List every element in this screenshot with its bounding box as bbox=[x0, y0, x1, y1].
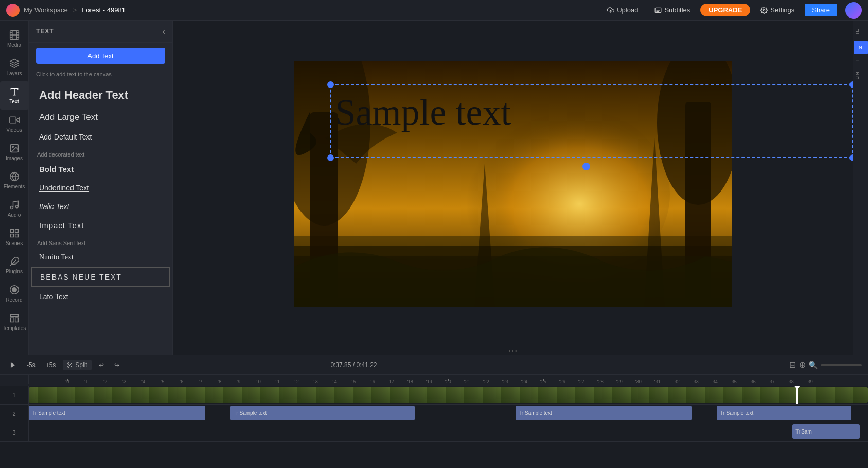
split-btn[interactable]: Split bbox=[63, 360, 91, 370]
tick-7: :7 bbox=[191, 379, 210, 384]
sample-text-display[interactable]: Sample text bbox=[335, 89, 732, 135]
zoom-out-icon[interactable]: ⊟ bbox=[789, 360, 796, 370]
settings-button[interactable]: Settings bbox=[754, 4, 801, 16]
handle-mr bbox=[849, 154, 853, 161]
video-track-content[interactable] bbox=[29, 386, 868, 404]
underlined-text-option[interactable]: Underlined Text bbox=[31, 179, 170, 197]
text-track-3[interactable]: Tr Sample text bbox=[516, 406, 692, 420]
undo-button[interactable]: ↩ bbox=[96, 359, 107, 371]
play-button[interactable] bbox=[6, 359, 20, 371]
text-track-2[interactable]: Tr Sample text bbox=[230, 406, 415, 420]
canvas-text[interactable]: Sample text bbox=[335, 89, 732, 135]
sidebar: Media Layers Text Videos Images Elements… bbox=[0, 21, 29, 355]
text-icon bbox=[9, 86, 20, 97]
tick-0: :0 bbox=[58, 379, 77, 384]
split-label: Split bbox=[75, 361, 87, 369]
text-track-row3[interactable]: Tr Sam bbox=[792, 424, 859, 439]
text-track-label-2: Sample text bbox=[240, 410, 267, 416]
svg-rect-24 bbox=[10, 230, 13, 233]
sidebar-label-templates: Templates bbox=[3, 325, 26, 331]
sidebar-item-elements[interactable]: Elements bbox=[0, 166, 29, 195]
track-label-2: 2 bbox=[0, 405, 29, 423]
track-row-3: 3 Tr Sam bbox=[0, 423, 868, 442]
add-text-button[interactable]: Add Text bbox=[36, 48, 165, 64]
subtitles-button[interactable]: Subtitles bbox=[648, 4, 696, 16]
svg-rect-26 bbox=[15, 234, 18, 237]
sidebar-item-media[interactable]: Media bbox=[0, 25, 29, 53]
skip-forward-button[interactable]: +5s bbox=[43, 359, 59, 371]
tick-3: :3 bbox=[115, 379, 134, 384]
sidebar-item-layers[interactable]: Layers bbox=[0, 53, 29, 81]
tick-1: :1 bbox=[77, 379, 96, 384]
bebas-text-option[interactable]: BEBAS NEUE TEXT bbox=[31, 267, 170, 287]
skip-back-button[interactable]: -5s bbox=[24, 359, 39, 371]
bold-text-option[interactable]: Bold Text bbox=[31, 160, 170, 179]
templates-icon bbox=[9, 313, 20, 323]
canvas[interactable]: Sample text bbox=[294, 61, 732, 307]
svg-point-4 bbox=[764, 9, 766, 11]
share-button[interactable]: Share bbox=[805, 4, 837, 16]
zoom-slider[interactable] bbox=[821, 364, 862, 366]
sidebar-item-plugins[interactable]: Plugins bbox=[0, 251, 29, 280]
zoom-in-icon[interactable]: 🔍 bbox=[809, 361, 818, 369]
handle-tr bbox=[849, 81, 853, 88]
svg-marker-13 bbox=[10, 59, 19, 63]
plugins-icon bbox=[9, 256, 20, 267]
sidebar-item-videos[interactable]: Videos bbox=[0, 110, 29, 138]
tick-18: :18 bbox=[400, 379, 419, 384]
italic-text-option[interactable]: Italic Text bbox=[31, 197, 170, 216]
elements-icon bbox=[9, 171, 20, 182]
upgrade-button[interactable]: UPGRADE bbox=[700, 4, 750, 16]
svg-line-48 bbox=[71, 366, 73, 367]
dots-indicator: • • • bbox=[173, 347, 853, 355]
right-panel-item-t[interactable]: T bbox=[854, 55, 868, 66]
text-track-icon-r3: Tr bbox=[795, 429, 800, 435]
text-panel-body: Add Text Click to add text to the canvas… bbox=[29, 43, 172, 355]
scenes-icon bbox=[9, 228, 20, 238]
sidebar-label-elements: Elements bbox=[4, 184, 25, 189]
right-panel-item-n[interactable]: N bbox=[854, 41, 868, 54]
tick-17: :17 bbox=[381, 379, 400, 384]
sidebar-item-scenes[interactable]: Scenes bbox=[0, 223, 29, 251]
canvas-wrap[interactable]: Sample text bbox=[173, 21, 853, 347]
playhead bbox=[796, 386, 798, 404]
tick-31: :31 bbox=[648, 379, 667, 384]
track-label-1: 1 bbox=[0, 386, 29, 404]
sidebar-item-text[interactable]: Text bbox=[0, 81, 29, 110]
redo-button[interactable]: ↪ bbox=[111, 359, 122, 371]
add-large-text-option[interactable]: Add Large Text bbox=[31, 107, 170, 128]
text-track-1[interactable]: Tr Sample text bbox=[29, 406, 205, 420]
tick-8: :8 bbox=[210, 379, 229, 384]
avatar[interactable] bbox=[845, 2, 862, 19]
tick-2: :2 bbox=[96, 379, 115, 384]
playhead-center-icon[interactable]: ⊕ bbox=[799, 360, 806, 370]
text-track-4[interactable]: Tr Sample text bbox=[717, 406, 851, 420]
tick-15: :15 bbox=[343, 379, 362, 384]
text-track-label-1: Sample text bbox=[38, 410, 65, 416]
sidebar-item-record[interactable]: Record bbox=[0, 280, 29, 308]
sidebar-item-audio[interactable]: Audio bbox=[0, 195, 29, 223]
sidebar-item-templates[interactable]: Templates bbox=[0, 308, 29, 336]
tick-22: :22 bbox=[476, 379, 495, 384]
track-label-3: 3 bbox=[0, 423, 29, 441]
upload-icon bbox=[607, 7, 614, 14]
sidebar-item-images[interactable]: Images bbox=[0, 138, 29, 166]
impact-text-option[interactable]: Impact Text bbox=[31, 216, 170, 235]
right-panel-item-lin[interactable]: LIN bbox=[854, 67, 868, 84]
add-default-text-option[interactable]: Add Default Text bbox=[31, 128, 170, 146]
add-header-text-option[interactable]: Add Header Text bbox=[31, 83, 170, 107]
sidebar-label-audio: Audio bbox=[8, 212, 21, 218]
lato-text-option[interactable]: Lato Text bbox=[31, 287, 170, 306]
text-panel-close-button[interactable]: ‹ bbox=[162, 27, 165, 36]
subtitles-icon bbox=[654, 7, 662, 14]
text-panel: TEXT ‹ Add Text Click to add text to the… bbox=[29, 21, 173, 355]
track-3-content[interactable]: Tr Sam bbox=[29, 423, 868, 441]
tick-38: :38 bbox=[781, 379, 800, 384]
right-panel-item-te[interactable]: TE bbox=[854, 25, 868, 40]
text-track-content[interactable]: Tr Sample text Tr Sample text Tr Sample … bbox=[29, 405, 868, 423]
text-track-icon-2: Tr bbox=[233, 410, 238, 416]
project-name: Forest - 49981 bbox=[82, 6, 126, 14]
upload-button[interactable]: Upload bbox=[601, 4, 644, 16]
nunito-text-option[interactable]: Nunito Text bbox=[31, 248, 170, 267]
workspace-link[interactable]: My Workspace bbox=[24, 6, 68, 14]
